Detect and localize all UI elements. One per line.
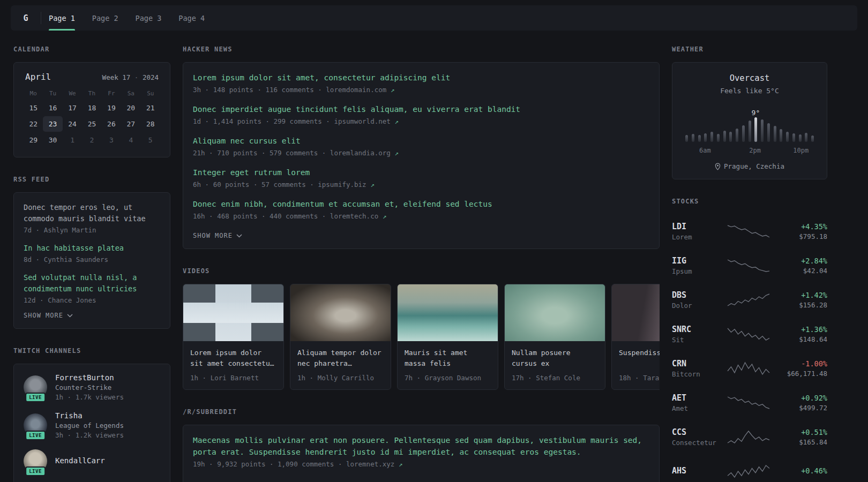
calendar-week: Week 17 · 2024: [102, 73, 159, 81]
hn-item-title[interactable]: Donec imperdiet augue tincidunt felis al…: [193, 103, 649, 115]
hn-item-meta: 6h · 60 points · 57 comments · ipsumify.…: [193, 180, 649, 189]
stock-row[interactable]: CCS Consectetur +0.51% $165.84: [672, 420, 827, 454]
video-meta: 1h · Lori Barnett: [190, 374, 276, 382]
twitch-channel[interactable]: LIVE ForrestBurton Counter-Strike 1h · 1…: [24, 373, 160, 401]
stock-sparkline: [721, 395, 776, 411]
video-title[interactable]: Suspendisse diam: [619, 348, 660, 369]
video-card[interactable]: Nullam posuere cursus ex 17h · Stefan Co…: [504, 284, 605, 390]
stock-change: +1.36%: [776, 325, 827, 334]
rss-show-more-button[interactable]: SHOW MORE: [24, 312, 73, 319]
stock-price: $795.18: [776, 232, 827, 240]
external-link-icon[interactable]: ↗: [394, 149, 399, 157]
stock-change: +2.84%: [776, 257, 827, 265]
weather-bar: [799, 134, 802, 142]
hn-item-title[interactable]: Integer eget rutrum lorem: [193, 167, 649, 178]
top-nav: G Page 1 Page 2 Page 3 Page 4: [11, 5, 857, 31]
rss-item-meta: 8d · Cynthia Saunders: [24, 255, 160, 263]
twitch-widget-title: TWITCH CHANNELS: [13, 347, 170, 355]
video-card[interactable]: Aliquam tempor dolor nec pharetra… 1h · …: [290, 284, 391, 390]
subreddit-widget-title: /R/SUBREDDIT: [183, 408, 660, 416]
tab-page-3[interactable]: Page 3: [136, 5, 162, 31]
hn-item-meta: 3h · 148 points · 116 comments · loremdo…: [193, 86, 649, 94]
dashboard: CALENDAR April Week 17 · 2024 Mo Tu We T…: [0, 31, 868, 482]
weather-condition: Overcast: [682, 73, 817, 83]
hn-item-title[interactable]: Aliquam nec cursus elit: [193, 135, 649, 147]
videos-widget-title: VIDEOS: [183, 267, 660, 275]
calendar-day: 27: [121, 116, 140, 132]
right-column: WEATHER Overcast Feels like 5°C 9° 6am 2…: [672, 46, 827, 482]
stock-change: -1.00%: [776, 359, 827, 368]
rss-widget-title: RSS FEED: [13, 176, 170, 183]
video-thumbnail[interactable]: [290, 284, 391, 341]
video-title[interactable]: Aliquam tempor dolor nec pharetra…: [297, 348, 384, 369]
external-link-icon[interactable]: ↗: [391, 86, 395, 94]
stock-row[interactable]: DBS Dolor +1.42% $156.28: [672, 283, 827, 317]
stock-row[interactable]: CRN Bitcorn -1.00% $66,171.48: [672, 351, 827, 386]
tab-page-4[interactable]: Page 4: [178, 5, 205, 31]
video-card[interactable]: Suspendisse diam 18h · Tara: [611, 284, 660, 390]
calendar-dow: Tu: [43, 86, 62, 100]
rss-item-title[interactable]: Sed volutpat nulla nisl, a condimentum n…: [24, 272, 160, 295]
weather-card: Overcast Feels like 5°C 9° 6am 2pm 10pm …: [672, 62, 827, 179]
weather-temp-label: 9°: [752, 109, 760, 117]
hn-show-more-button[interactable]: SHOW MORE: [193, 232, 242, 239]
calendar-widget-title: CALENDAR: [13, 46, 170, 53]
rss-item-title[interactable]: Donec tempor eros leo, ut commodo mauris…: [24, 202, 160, 224]
rss-item: In hac habitasse platea 8d · Cynthia Sau…: [24, 243, 160, 263]
live-badge: LIVE: [25, 466, 46, 476]
reddit-post-meta: 19h · 9,932 points · 1,090 comments · lo…: [193, 460, 649, 468]
video-thumbnail[interactable]: [398, 284, 498, 341]
video-thumbnail[interactable]: [183, 284, 283, 341]
stock-row[interactable]: IIG Ipsum +2.84% $42.04: [672, 248, 827, 283]
stock-name: Sit: [672, 336, 721, 344]
weather-feels-like: Feels like 5°C: [682, 87, 817, 95]
weather-bar: [811, 135, 814, 142]
external-link-icon[interactable]: ↗: [394, 117, 399, 125]
video-card[interactable]: Lorem ipsum dolor sit amet consectetu… 1…: [183, 284, 284, 390]
stock-row[interactable]: LDI Lorem +4.35% $795.18: [672, 214, 827, 248]
external-link-icon[interactable]: ↗: [399, 460, 403, 468]
calendar-week-label: Week 17: [102, 73, 131, 81]
weather-bar: [786, 132, 789, 142]
weather-bar: [749, 120, 751, 142]
live-badge: LIVE: [25, 393, 46, 402]
twitch-channel[interactable]: LIVE Trisha League of Legends 3h · 1.2k …: [24, 411, 160, 439]
calendar-day-next-month: 3: [102, 132, 121, 148]
stock-row[interactable]: AHS +0.46%: [672, 454, 827, 482]
calendar-day-next-month: 5: [141, 132, 160, 148]
stock-row[interactable]: SNRC Sit +1.36% $148.64: [672, 317, 827, 351]
tab-page-2[interactable]: Page 2: [92, 5, 118, 31]
reddit-post-title[interactable]: Maecenas mollis pulvinar erat non posuer…: [193, 434, 649, 458]
weather-bar: [692, 134, 694, 142]
app-logo[interactable]: G: [11, 5, 41, 31]
video-thumbnail[interactable]: [505, 284, 605, 341]
stock-sparkline: [721, 429, 776, 445]
external-link-icon[interactable]: ↗: [370, 180, 375, 189]
stock-name: Consectetur: [672, 439, 721, 447]
hn-item: Integer eget rutrum lorem 6h · 60 points…: [193, 167, 649, 189]
stock-name: Bitcorn: [672, 370, 721, 378]
stock-sparkline: [721, 463, 776, 479]
external-link-icon[interactable]: ↗: [383, 212, 387, 220]
video-meta: 7h · Grayson Dawson: [405, 374, 491, 382]
video-thumbnail[interactable]: [612, 284, 660, 341]
stock-price: $42.04: [776, 267, 827, 275]
hn-item-title[interactable]: Lorem ipsum dolor sit amet, consectetur …: [193, 72, 649, 84]
hacker-news-card: Lorem ipsum dolor sit amet, consectetur …: [183, 62, 660, 249]
stock-symbol: CRN: [672, 359, 721, 368]
stock-symbol: CCS: [672, 427, 721, 437]
video-title[interactable]: Nullam posuere cursus ex: [512, 348, 598, 369]
video-title[interactable]: Lorem ipsum dolor sit amet consectetu…: [190, 348, 276, 369]
tab-page-1[interactable]: Page 1: [49, 5, 75, 31]
video-row: Lorem ipsum dolor sit amet consectetu… 1…: [183, 284, 660, 390]
hn-item-title[interactable]: Donec enim nibh, condimentum et accumsan…: [193, 198, 649, 210]
show-more-label: SHOW MORE: [193, 232, 233, 239]
weather-bar: [698, 135, 701, 142]
chevron-down-icon: [236, 234, 242, 238]
video-title[interactable]: Mauris sit amet massa felis: [405, 348, 491, 369]
video-card[interactable]: Mauris sit amet massa felis 7h · Grayson…: [397, 284, 498, 390]
twitch-channel[interactable]: LIVE KendallCarr: [24, 449, 160, 473]
calendar-day: 30: [43, 132, 62, 148]
stock-row[interactable]: AET Amet +0.92% $499.72: [672, 386, 827, 420]
rss-item-title[interactable]: In hac habitasse platea: [24, 243, 160, 254]
